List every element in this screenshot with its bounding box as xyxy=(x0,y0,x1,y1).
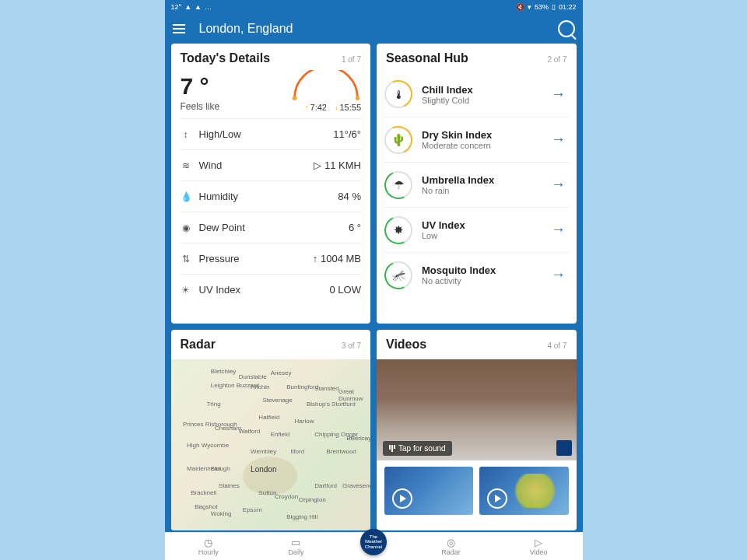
tap-sound-label: Tap for sound xyxy=(398,444,446,453)
detail-icon: 💧 xyxy=(181,191,191,202)
nav-home-logo[interactable]: The Weather Channel xyxy=(360,529,387,555)
device-frame: 12° ▲ ▲ … 🔇 ▾ 53% ▯ 01:22 London, Englan… xyxy=(165,0,583,560)
detail-label: High/Low xyxy=(199,128,241,140)
seasonal-row[interactable]: ☂Umbrella IndexNo rain→ xyxy=(384,162,569,207)
sunrise-time: 7:42 xyxy=(305,103,327,112)
index-ring-icon: ☂ xyxy=(384,171,412,199)
nav-daily[interactable]: ▭ Daily xyxy=(272,537,319,556)
detail-value: 0 LOW xyxy=(330,284,361,296)
map-town-label: Billericay xyxy=(346,435,370,442)
seasonal-row[interactable]: 🌡Chill IndexSlightly Cold→ xyxy=(384,72,569,117)
video-thumb[interactable] xyxy=(384,467,473,515)
map-town-label: Bletchley xyxy=(211,368,236,375)
map-town-label: Chesham xyxy=(215,425,241,432)
seasonal-item-title: Chill Index xyxy=(422,84,549,96)
mute-icon: 🔇 xyxy=(516,3,524,11)
radar-center-label: London xyxy=(251,465,276,474)
map-town-label: Ilford xyxy=(290,448,304,455)
seasonal-item-sub: No activity xyxy=(422,276,549,285)
wifi-icon: ▾ xyxy=(528,3,531,11)
sun-arc-icon xyxy=(291,70,361,101)
map-town-label: Tring xyxy=(207,401,221,408)
seasonal-item-sub: Slightly Cold xyxy=(422,96,549,105)
video-thumb[interactable] xyxy=(479,467,568,515)
seasonal-item-sub: Low xyxy=(422,231,549,240)
detail-row: ≋Wind▷ 11 KMH xyxy=(181,149,362,180)
statusbar-temp-chip: 12° xyxy=(171,3,182,11)
nav-radar[interactable]: ◎ Radar xyxy=(428,537,475,556)
search-button[interactable] xyxy=(558,20,575,37)
detail-value: 11°/6° xyxy=(333,128,361,140)
equalizer-icon xyxy=(389,445,395,452)
map-town-label: Epsom xyxy=(243,506,262,513)
seasonal-item-title: Umbrella Index xyxy=(422,174,549,186)
map-town-label: Enfield xyxy=(271,431,289,438)
map-town-label: Bagshot xyxy=(195,503,217,510)
today-details-card: Today's Details 1 of 7 7 ° Feels like 7:… xyxy=(171,44,371,324)
nav-label: Video xyxy=(530,548,548,556)
seasonal-text: Mosquito IndexNo activity xyxy=(422,264,549,285)
arrow-right-icon[interactable]: → xyxy=(549,86,569,103)
cards-grid: Today's Details 1 of 7 7 ° Feels like 7:… xyxy=(165,44,583,532)
map-town-label: Anesey xyxy=(271,369,292,376)
map-town-label: Bishop's Stortford xyxy=(307,401,356,408)
map-town-label: Dunstable xyxy=(239,373,267,380)
radar-map[interactable]: London BletchleyDunstableAneseyLeighton … xyxy=(171,359,371,530)
map-town-label: Bigging Hill xyxy=(286,513,317,520)
index-ring-icon: 🌡 xyxy=(384,80,412,108)
videos-card: Videos 4 of 7 Tap for sound xyxy=(377,330,577,530)
seasonal-row[interactable]: 🦟Mosquito IndexNo activity→ xyxy=(384,252,569,297)
nav-hourly[interactable]: ◷ Hourly xyxy=(185,537,232,556)
tap-for-sound-button[interactable]: Tap for sound xyxy=(383,441,452,456)
arrow-right-icon[interactable]: → xyxy=(549,131,569,148)
seasonal-item-title: Dry Skin Index xyxy=(422,129,549,141)
seasonal-text: Umbrella IndexNo rain xyxy=(422,174,549,195)
index-ring-icon: ✸ xyxy=(384,216,412,244)
radar-pager: 3 of 7 xyxy=(342,341,361,350)
arrow-right-icon[interactable]: → xyxy=(549,177,569,193)
detail-icon: ◉ xyxy=(181,222,191,233)
status-bar: 12° ▲ ▲ … 🔇 ▾ 53% ▯ 01:22 xyxy=(165,0,583,14)
map-town-label: Buntingford xyxy=(286,383,318,390)
nav-label: Radar xyxy=(441,548,461,556)
sunset-time: 15:55 xyxy=(335,103,361,112)
map-town-label: Slough xyxy=(211,465,230,472)
bottom-nav: ◷ Hourly ▭ Daily The Weather Channel ◎ R… xyxy=(165,532,583,560)
seasonal-row[interactable]: 🌵Dry Skin IndexModerate concern→ xyxy=(384,117,569,162)
map-town-label: Staines xyxy=(219,482,240,489)
videos-title: Videos xyxy=(386,338,426,352)
nav-video[interactable]: ▷ Video xyxy=(515,537,562,556)
detail-value: 6 ° xyxy=(349,222,361,233)
detail-label: Dew Point xyxy=(199,222,245,233)
temperature-block: 7 ° Feels like xyxy=(181,73,220,112)
feels-like-label: Feels like xyxy=(181,101,220,112)
index-ring-icon: 🦟 xyxy=(384,261,412,289)
play-icon xyxy=(392,488,412,509)
map-town-label: Stansted xyxy=(314,385,339,392)
warning-icon: ▲ xyxy=(184,3,191,11)
map-town-label: Stevenage xyxy=(262,397,292,404)
detail-row: 💧Humidity84 % xyxy=(181,180,362,212)
location-title[interactable]: London, England xyxy=(199,22,558,36)
menu-button[interactable] xyxy=(173,20,190,37)
map-town-label: Brentwood xyxy=(327,448,356,455)
detail-icon: ☀ xyxy=(181,285,191,296)
map-town-label: Harlow xyxy=(295,418,314,425)
seasonal-title: Seasonal Hub xyxy=(386,51,468,65)
seasonal-item-sub: No rain xyxy=(422,186,549,195)
nav-label: Hourly xyxy=(198,548,219,556)
seasonal-text: Dry Skin IndexModerate concern xyxy=(422,129,549,150)
seasonal-text: UV IndexLow xyxy=(422,219,549,240)
map-town-label: Wembley xyxy=(251,448,276,455)
detail-icon: ↕ xyxy=(181,129,191,140)
map-town-label: Orpington xyxy=(299,496,326,503)
detail-icon: ≋ xyxy=(181,160,191,171)
seasonal-hub-card: Seasonal Hub 2 of 7 🌡Chill IndexSlightly… xyxy=(377,44,577,324)
video-player[interactable]: Tap for sound xyxy=(377,359,577,460)
seasonal-row[interactable]: ✸UV IndexLow→ xyxy=(384,207,569,252)
battery-icon: ▯ xyxy=(552,3,556,11)
arrow-right-icon[interactable]: → xyxy=(549,222,569,238)
detail-value: 84 % xyxy=(338,191,361,202)
map-town-label: Woking xyxy=(211,510,232,517)
arrow-right-icon[interactable]: → xyxy=(549,267,569,283)
